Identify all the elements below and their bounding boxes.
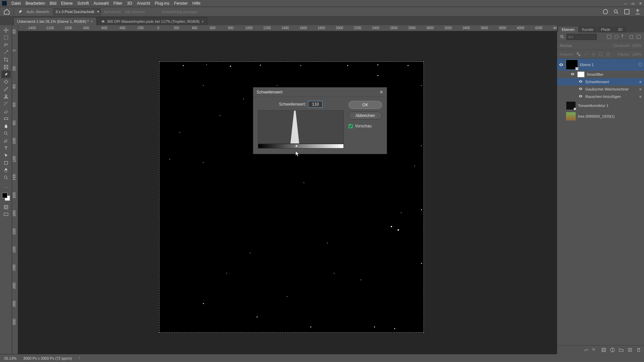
quickmask-button[interactable] xyxy=(1,203,11,211)
menu-plugins[interactable]: Plug-ins xyxy=(155,1,169,6)
fill-value[interactable]: 100% xyxy=(632,52,641,56)
filter-pixel-icon[interactable] xyxy=(606,34,612,40)
blend-mode-select[interactable]: Normal xyxy=(560,44,572,48)
window-close-button[interactable]: ✕ xyxy=(637,0,644,7)
cancel-button[interactable]: Abbrechen xyxy=(348,112,382,120)
lock-position-icon[interactable] xyxy=(591,52,596,57)
visibility-toggle[interactable] xyxy=(558,62,564,67)
histogram-slider[interactable]: ▲ xyxy=(258,144,344,148)
menu-filter[interactable]: Filter xyxy=(113,1,122,6)
dialog-title-bar[interactable]: Schwellenwert ✕ xyxy=(253,87,387,97)
layer-thumbnail[interactable] xyxy=(566,60,578,70)
filter-blend-icon[interactable]: ≡ xyxy=(639,95,644,99)
cloud-docs-icon[interactable] xyxy=(602,9,608,15)
filter-blend-icon[interactable]: ≡ xyxy=(639,87,644,91)
tab-3d[interactable]: 3D xyxy=(614,26,626,33)
menu-auswahl[interactable]: Auswahl xyxy=(94,1,109,6)
visibility-toggle[interactable] xyxy=(558,114,564,119)
eyedropper-tool[interactable] xyxy=(1,71,11,78)
layer-thumbnail[interactable] xyxy=(566,101,576,110)
workspace-icon[interactable] xyxy=(624,9,630,15)
lock-all-icon[interactable] xyxy=(605,52,611,57)
layer-search-input[interactable] xyxy=(567,34,597,40)
filter-row[interactable]: Schwellenwert ≡ xyxy=(557,78,644,85)
menu-bearbeiten[interactable]: Bearbeiten xyxy=(25,1,45,6)
preview-checkbox-label[interactable]: Vorschau xyxy=(348,124,382,128)
screenmode-button[interactable] xyxy=(1,211,11,218)
layer-fx-icon[interactable]: fx xyxy=(592,347,598,353)
close-tab-icon[interactable]: × xyxy=(202,19,204,23)
menu-fenster[interactable]: Fenster xyxy=(174,1,188,6)
menu-bild[interactable]: Bild xyxy=(50,1,56,6)
window-maximize-button[interactable]: ▭ xyxy=(629,0,637,7)
layer-name[interactable]: Tonwertkorrektur 1 xyxy=(578,104,608,108)
menu-ansicht[interactable]: Ansicht xyxy=(137,1,150,6)
stamp-tool[interactable] xyxy=(1,93,11,100)
visibility-toggle[interactable] xyxy=(579,79,583,84)
move-tool[interactable] xyxy=(1,26,11,34)
history-brush-tool[interactable] xyxy=(1,100,11,108)
marquee-tool[interactable] xyxy=(1,34,11,41)
slider-handle[interactable]: ▲ xyxy=(294,143,299,148)
filter-blend-icon[interactable]: ≡ xyxy=(639,80,644,84)
zoom-tool[interactable] xyxy=(1,174,11,181)
frame-tool[interactable] xyxy=(1,63,11,71)
search-icon[interactable] xyxy=(613,9,619,15)
layer-row[interactable]: tree-3095683_1920(1) xyxy=(557,111,644,122)
filter-shape-icon[interactable] xyxy=(629,34,634,40)
menu-hilfe[interactable]: Hilfe xyxy=(193,1,201,6)
preview-checkbox[interactable] xyxy=(348,124,353,128)
gradient-tool[interactable] xyxy=(1,115,11,122)
menu-datei[interactable]: Datei xyxy=(11,1,21,6)
menu-ebene[interactable]: Ebene xyxy=(61,1,73,6)
zoom-level[interactable]: 26,13% xyxy=(4,356,16,360)
layer-row[interactable]: Tonwertkorrektur 1 xyxy=(557,100,644,111)
filter-adjust-icon[interactable] xyxy=(614,34,619,40)
ok-button[interactable]: OK xyxy=(348,101,382,109)
close-tab-icon[interactable]: × xyxy=(91,19,93,23)
new-adjustment-icon[interactable] xyxy=(610,347,615,353)
layer-name[interactable]: tree-3095683_1920(1) xyxy=(578,114,614,118)
sample-range-select[interactable]: 3 x 3 Pixel Durchschnitt xyxy=(53,8,101,15)
smart-filter-toggle-icon[interactable] xyxy=(638,62,643,67)
threshold-value-input[interactable] xyxy=(308,101,323,108)
filter-smart-icon[interactable] xyxy=(636,34,641,40)
layer-name[interactable]: Ebene 1 xyxy=(580,63,594,67)
share-icon[interactable] xyxy=(635,9,641,15)
delete-layer-icon[interactable] xyxy=(636,347,641,353)
visibility-toggle[interactable] xyxy=(579,87,583,92)
status-flyout-icon[interactable]: 〉 xyxy=(78,356,82,361)
tab-kanaele[interactable]: Kanäle xyxy=(579,26,597,33)
tab-ebenen[interactable]: Ebenen xyxy=(558,26,578,33)
visibility-toggle[interactable] xyxy=(579,94,583,99)
lock-nested-icon[interactable] xyxy=(598,52,603,57)
hand-tool[interactable] xyxy=(1,167,11,174)
home-button[interactable] xyxy=(3,8,10,15)
dialog-close-button[interactable]: ✕ xyxy=(378,89,385,96)
foreground-background-colors[interactable] xyxy=(2,193,10,201)
lock-brush-icon[interactable] xyxy=(583,52,589,57)
crop-tool[interactable] xyxy=(1,56,11,63)
visibility-toggle[interactable] xyxy=(558,103,564,108)
filter-type-icon[interactable]: T xyxy=(621,34,627,40)
new-group-icon[interactable] xyxy=(619,347,624,353)
menu-schrift[interactable]: Schrift xyxy=(77,1,89,6)
brush-tool[interactable] xyxy=(1,85,11,93)
filter-mask-thumbnail[interactable] xyxy=(577,71,585,77)
blur-tool[interactable] xyxy=(1,122,11,130)
lock-transparency-icon[interactable] xyxy=(576,52,581,57)
dodge-tool[interactable] xyxy=(1,130,11,137)
wand-tool[interactable] xyxy=(1,49,11,56)
link-layers-icon[interactable] xyxy=(584,347,589,353)
layer-thumbnail[interactable] xyxy=(566,112,576,121)
pen-tool[interactable] xyxy=(1,137,11,144)
path-select-tool[interactable] xyxy=(1,152,11,159)
canvas-area[interactable] xyxy=(18,31,557,354)
shape-tool[interactable] xyxy=(1,159,11,167)
menu-3d[interactable]: 3D xyxy=(127,1,132,6)
document-tab-active[interactable]: Unbenannt-1 bei 26,1% (Ebene 1, RGB/8) *… xyxy=(13,17,97,25)
tab-pfade[interactable]: Pfade xyxy=(597,26,614,33)
type-tool[interactable] xyxy=(1,144,11,152)
eraser-tool[interactable] xyxy=(1,108,11,115)
lasso-tool[interactable] xyxy=(1,41,11,49)
